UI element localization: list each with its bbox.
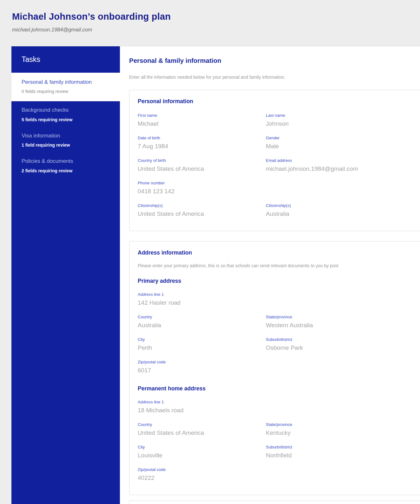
field-value: United States of America: [138, 165, 266, 172]
address-information-card: Address information Please enter your pr…: [129, 241, 420, 495]
field-value: 0418 123 142: [138, 188, 266, 195]
field-label: Date of birth: [138, 136, 266, 140]
field-country: Country United States of America: [138, 422, 266, 436]
field-suburb-district: Suburb/district Northfield: [266, 445, 412, 459]
field-label: State/province: [266, 422, 412, 427]
permanent-address-grid: Address line 1 18 Michaels road Country …: [138, 400, 412, 481]
field-zip-postal-code: Zip/postal code 6017: [138, 360, 266, 374]
field-state-province: State/province Western Australia: [266, 315, 412, 329]
sidebar-item-personal-family[interactable]: Personal & family information 0 fields r…: [11, 73, 120, 101]
field-citizenship-1: Citizenship(s) United States of America: [138, 203, 266, 217]
field-value: Australia: [266, 210, 412, 217]
field-label: First name: [138, 113, 266, 118]
field-value: 142 Hasler road: [138, 299, 266, 306]
field-value: United States of America: [138, 210, 266, 217]
field-label: Zip/postal code: [138, 467, 266, 472]
task-item-status: 1 field requiring review: [22, 143, 110, 148]
subsection-permanent-home-address: Permanent home address: [138, 385, 412, 392]
field-value: 7 Aug 1984: [138, 143, 266, 150]
task-list: Personal & family information 0 fields r…: [11, 73, 120, 178]
field-value: United States of America: [138, 429, 266, 436]
task-item-status: 0 fields requiring review: [22, 89, 110, 94]
field-label: Email address: [266, 158, 412, 163]
field-label: Phone number: [138, 181, 266, 185]
field-label: Country of birth: [138, 158, 266, 163]
field-citizenship-2: Citizenship(s) Australia: [266, 203, 412, 217]
field-value: 18 Michaels road: [138, 407, 266, 414]
task-item-label: Background checks: [22, 107, 110, 113]
field-label: Address line 1: [138, 400, 266, 404]
field-address-line-1: Address line 1 18 Michaels road: [138, 400, 266, 414]
main-content: Personal & family information Enter all …: [120, 46, 420, 504]
field-value: Male: [266, 143, 412, 150]
user-email: michael.johnson.1984@gmail.com: [12, 27, 420, 33]
task-item-status: 5 fields requiring review: [22, 117, 110, 122]
field-suburb-district: Suburb/district Osborne Park: [266, 337, 412, 351]
field-label: Gender: [266, 136, 412, 140]
sidebar-item-background-checks[interactable]: Background checks 5 fields requiring rev…: [11, 101, 120, 127]
field-phone-number: Phone number 0418 123 142: [138, 181, 266, 195]
field-label: State/province: [266, 315, 412, 319]
empty-cell: [266, 400, 412, 414]
field-value: Michael: [138, 120, 266, 127]
field-date-of-birth: Date of birth 7 Aug 1984: [138, 136, 266, 150]
field-city: City Louisville: [138, 445, 266, 459]
field-first-name: First name Michael: [138, 113, 266, 127]
section-description: Enter all the information needed below f…: [129, 75, 420, 80]
field-value: Western Australia: [266, 322, 412, 329]
field-city: City Perth: [138, 337, 266, 351]
field-label: Country: [138, 422, 266, 427]
task-item-label: Visa information: [22, 133, 110, 139]
field-gender: Gender Male: [266, 136, 412, 150]
field-zip-postal-code: Zip/postal code 40222: [138, 467, 266, 481]
content-layout: Tasks Personal & family information 0 fi…: [11, 46, 420, 504]
field-label: City: [138, 445, 266, 449]
personal-fields-grid: First name Michael Last name Johnson Dat…: [138, 113, 412, 217]
field-label: Citizenship(s): [138, 203, 266, 208]
field-label: Suburb/district: [266, 337, 412, 342]
sidebar-header: Tasks: [11, 46, 120, 73]
field-state-province: State/province Kentucky: [266, 422, 412, 436]
field-email-address: Email address michael.johnson.1984@gmail…: [266, 158, 412, 172]
field-label: Address line 1: [138, 292, 266, 297]
field-value: Johnson: [266, 120, 412, 127]
field-label: Zip/postal code: [138, 360, 266, 364]
field-country: Country Australia: [138, 315, 266, 329]
empty-cell: [266, 292, 412, 306]
page-header: Michael Johnson’s onboarding plan michae…: [0, 0, 420, 46]
task-item-status: 2 fields requiring review: [22, 168, 110, 173]
sidebar-item-policies-documents[interactable]: Policies & documents 2 fields requiring …: [11, 152, 120, 178]
next-card-partial: [129, 501, 420, 504]
field-value: Louisville: [138, 452, 266, 459]
card-heading: Address information: [138, 249, 412, 256]
field-value: Kentucky: [266, 429, 412, 436]
task-item-label: Personal & family information: [22, 79, 110, 85]
primary-address-grid: Address line 1 142 Hasler road Country A…: [138, 292, 412, 374]
personal-information-card: Personal information First name Michael …: [129, 90, 420, 231]
empty-cell: [266, 181, 412, 195]
section-heading: Personal & family information: [129, 57, 420, 64]
page-title: Michael Johnson’s onboarding plan: [12, 11, 420, 22]
field-label: Citizenship(s): [266, 203, 412, 208]
task-item-label: Policies & documents: [22, 158, 110, 164]
field-label: Country: [138, 315, 266, 319]
field-value: Perth: [138, 344, 266, 351]
sidebar-item-visa-information[interactable]: Visa information 1 field requiring revie…: [11, 127, 120, 152]
subsection-primary-address: Primary address: [138, 278, 412, 284]
field-last-name: Last name Johnson: [266, 113, 412, 127]
field-address-line-1: Address line 1 142 Hasler road: [138, 292, 266, 306]
field-country-of-birth: Country of birth United States of Americ…: [138, 158, 266, 172]
field-label: Last name: [266, 113, 412, 118]
tasks-sidebar: Tasks Personal & family information 0 fi…: [11, 46, 120, 504]
field-value: 40222: [138, 474, 266, 481]
field-value: Australia: [138, 322, 266, 329]
field-label: City: [138, 337, 266, 342]
field-label: Suburb/district: [266, 445, 412, 449]
card-description: Please enter your primary address, this …: [138, 263, 412, 268]
card-heading: Personal information: [138, 98, 412, 105]
field-value: Osborne Park: [266, 344, 412, 351]
field-value: 6017: [138, 367, 266, 374]
field-value: Northfield: [266, 452, 412, 459]
field-value: michael.johnson.1984@gmail.com: [266, 165, 412, 172]
